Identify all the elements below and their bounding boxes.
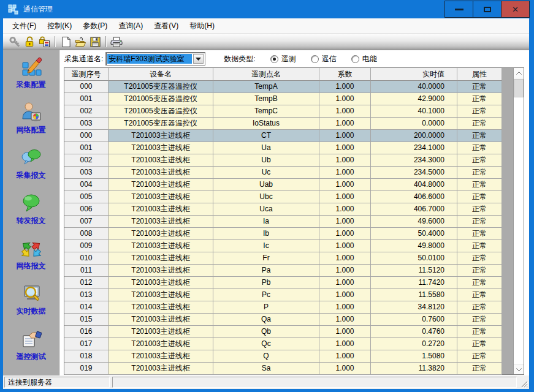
cell-realtime-value[interactable]: 404.8000 bbox=[371, 179, 457, 191]
cell-realtime-value[interactable]: 42.9000 bbox=[371, 93, 457, 105]
cell-coefficient[interactable]: 1.000 bbox=[319, 154, 371, 167]
cell-realtime-value[interactable]: 11.5580 bbox=[371, 289, 457, 301]
cell-device-name[interactable]: T201003主进线柜 bbox=[109, 216, 213, 228]
resize-grip-icon[interactable] bbox=[519, 379, 528, 388]
cell-realtime-value[interactable]: 49.6000 bbox=[371, 216, 457, 228]
cell-point-name[interactable]: Ua bbox=[213, 142, 319, 154]
cell-device-name[interactable]: T201003主进线柜 bbox=[109, 154, 213, 167]
cell-coefficient[interactable]: 1.000 bbox=[319, 81, 371, 93]
cell-index[interactable]: 015 bbox=[64, 314, 109, 326]
new-file-icon[interactable] bbox=[58, 35, 73, 48]
cell-status[interactable]: 正常 bbox=[457, 167, 502, 179]
cell-index[interactable]: 000 bbox=[64, 81, 109, 93]
cell-point-name[interactable]: Uab bbox=[213, 179, 319, 191]
cell-point-name[interactable]: Uca bbox=[213, 203, 319, 216]
cell-status[interactable]: 正常 bbox=[457, 81, 502, 93]
cell-status[interactable]: 正常 bbox=[457, 142, 502, 154]
sidebar-item-realtime-data[interactable]: 实时数据 bbox=[3, 282, 59, 327]
scroll-up-button[interactable] bbox=[514, 68, 524, 78]
cell-device-name[interactable]: T201003主进线柜 bbox=[109, 326, 213, 338]
table-row[interactable]: 003 T201003主进线柜 Uc 1.000 234.5000 正常 bbox=[64, 167, 502, 179]
sidebar-item-collect-config[interactable]: 采集配置 bbox=[3, 55, 59, 100]
table-column-header[interactable]: 系数 bbox=[319, 68, 371, 81]
cell-status[interactable]: 正常 bbox=[457, 118, 502, 130]
cell-index[interactable]: 006 bbox=[64, 203, 109, 216]
cell-status[interactable]: 正常 bbox=[457, 179, 502, 191]
cell-status[interactable]: 正常 bbox=[457, 363, 502, 375]
cell-point-name[interactable]: IoStatus bbox=[213, 118, 319, 130]
cell-coefficient[interactable]: 1.000 bbox=[319, 363, 371, 375]
cell-coefficient[interactable]: 1.000 bbox=[319, 277, 371, 289]
cell-point-name[interactable]: TempB bbox=[213, 93, 319, 105]
table-row[interactable]: 006 T201003主进线柜 Uca 1.000 406.7000 正常 bbox=[64, 203, 502, 216]
cell-device-name[interactable]: T201003主进线柜 bbox=[109, 265, 213, 277]
cell-device-name[interactable]: T201003主进线柜 bbox=[109, 179, 213, 191]
channel-combobox[interactable]: 安科瑞F303测试实验室 bbox=[105, 52, 205, 66]
table-row[interactable]: 014 T201003主进线柜 P 1.000 34.8120 正常 bbox=[64, 301, 502, 314]
cell-index[interactable]: 016 bbox=[64, 326, 109, 338]
cell-realtime-value[interactable]: 0.4760 bbox=[371, 326, 457, 338]
cell-point-name[interactable]: Qc bbox=[213, 338, 319, 350]
cell-realtime-value[interactable]: 40.1000 bbox=[371, 105, 457, 118]
cell-point-name[interactable]: Fr bbox=[213, 252, 319, 265]
cell-device-name[interactable]: T201003主进线柜 bbox=[109, 350, 213, 363]
cell-coefficient[interactable]: 1.000 bbox=[319, 228, 371, 240]
cell-point-name[interactable]: Ub bbox=[213, 154, 319, 167]
table-row[interactable]: 015 T201003主进线柜 Qa 1.000 0.7600 正常 bbox=[64, 314, 502, 326]
cell-realtime-value[interactable]: 40.0000 bbox=[371, 81, 457, 93]
menu-item[interactable]: 文件(F) bbox=[7, 18, 42, 33]
table-row[interactable]: 010 T201003主进线柜 Fr 1.000 50.0100 正常 bbox=[64, 252, 502, 265]
cell-index[interactable]: 018 bbox=[64, 350, 109, 363]
combobox-dropdown-button[interactable] bbox=[193, 54, 204, 64]
datatype-radio[interactable]: 电能 bbox=[351, 54, 377, 64]
table-column-header[interactable]: 设备名 bbox=[109, 68, 213, 81]
table-row[interactable]: 001 T201003主进线柜 Ua 1.000 234.1000 正常 bbox=[64, 142, 502, 154]
cell-index[interactable]: 007 bbox=[64, 216, 109, 228]
cell-index[interactable]: 000 bbox=[64, 130, 109, 142]
table-column-header[interactable]: 实时值 bbox=[371, 68, 457, 81]
table-row[interactable]: 012 T201003主进线柜 Pb 1.000 11.7420 正常 bbox=[64, 277, 502, 289]
cell-realtime-value[interactable]: 406.7000 bbox=[371, 203, 457, 216]
print-icon[interactable] bbox=[109, 35, 124, 48]
cell-point-name[interactable]: Pa bbox=[213, 265, 319, 277]
cell-point-name[interactable]: TempC bbox=[213, 105, 319, 118]
cell-status[interactable]: 正常 bbox=[457, 216, 502, 228]
table-row[interactable]: 004 T201003主进线柜 Uab 1.000 404.8000 正常 bbox=[64, 179, 502, 191]
cell-index[interactable]: 014 bbox=[64, 301, 109, 314]
cell-realtime-value[interactable]: 406.6000 bbox=[371, 191, 457, 203]
cell-device-name[interactable]: T201003主进线柜 bbox=[109, 228, 213, 240]
cell-coefficient[interactable]: 1.000 bbox=[319, 301, 371, 314]
cell-coefficient[interactable]: 1.000 bbox=[319, 265, 371, 277]
cell-coefficient[interactable]: 1.000 bbox=[319, 167, 371, 179]
cell-realtime-value[interactable]: 34.8120 bbox=[371, 301, 457, 314]
cell-coefficient[interactable]: 1.000 bbox=[319, 191, 371, 203]
cell-index[interactable]: 010 bbox=[64, 252, 109, 265]
cell-coefficient[interactable]: 1.000 bbox=[319, 314, 371, 326]
table-row[interactable]: 017 T201003主进线柜 Qc 1.000 0.2720 正常 bbox=[64, 338, 502, 350]
cell-device-name[interactable]: T201003主进线柜 bbox=[109, 289, 213, 301]
table-row[interactable]: 000 T201005变压器温控仪 TempA 1.000 40.0000 正常 bbox=[64, 81, 502, 93]
cell-device-name[interactable]: T201003主进线柜 bbox=[109, 130, 213, 142]
table-column-header[interactable]: 属性 bbox=[457, 68, 502, 81]
scrollbar-thumb[interactable] bbox=[514, 79, 524, 97]
cell-status[interactable]: 正常 bbox=[457, 93, 502, 105]
sidebar-item-forward-message[interactable]: 转发报文 bbox=[3, 191, 59, 236]
sidebar-item-collect-message[interactable]: 采集报文 bbox=[3, 146, 59, 191]
cell-index[interactable]: 004 bbox=[64, 179, 109, 191]
cell-point-name[interactable]: Qa bbox=[213, 314, 319, 326]
cell-index[interactable]: 005 bbox=[64, 191, 109, 203]
cell-realtime-value[interactable]: 1.5080 bbox=[371, 350, 457, 363]
cell-point-name[interactable]: Ic bbox=[213, 240, 319, 252]
cell-coefficient[interactable]: 1.000 bbox=[319, 130, 371, 142]
key-icon[interactable] bbox=[7, 35, 22, 48]
cell-index[interactable]: 001 bbox=[64, 93, 109, 105]
cell-coefficient[interactable]: 1.000 bbox=[319, 252, 371, 265]
table-row[interactable]: 011 T201003主进线柜 Pa 1.000 11.5120 正常 bbox=[64, 265, 502, 277]
cell-coefficient[interactable]: 1.000 bbox=[319, 118, 371, 130]
cell-realtime-value[interactable]: 50.0100 bbox=[371, 252, 457, 265]
table-row[interactable]: 002 T201003主进线柜 Ub 1.000 234.3000 正常 bbox=[64, 154, 502, 167]
cell-realtime-value[interactable]: 0.0000 bbox=[371, 118, 457, 130]
cell-status[interactable]: 正常 bbox=[457, 154, 502, 167]
cell-realtime-value[interactable]: 234.1000 bbox=[371, 142, 457, 154]
cell-device-name[interactable]: T201005变压器温控仪 bbox=[109, 118, 213, 130]
